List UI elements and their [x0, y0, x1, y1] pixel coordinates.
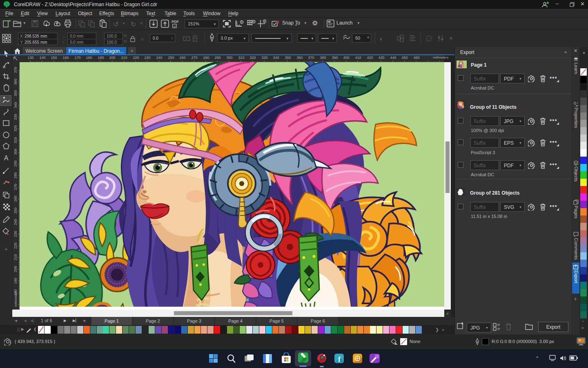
svg-text:f: f	[338, 355, 341, 363]
